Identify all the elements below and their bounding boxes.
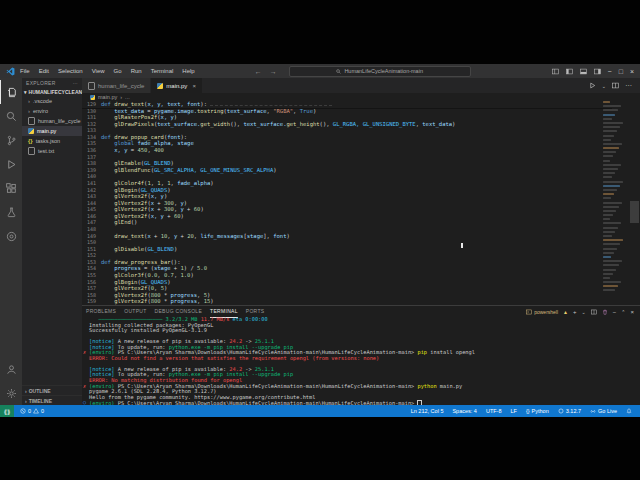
maximize-panel-icon[interactable]: ⌃ (621, 309, 625, 315)
tab-problems[interactable]: PROBLEMS (86, 306, 116, 317)
close-tab-icon[interactable]: × (192, 83, 196, 89)
toggle-panel-icon[interactable] (552, 68, 559, 75)
code-line[interactable]: 159 glVertex2f(800 * progress, 15) (82, 298, 640, 305)
toggle-sidebar-icon[interactable] (566, 68, 573, 75)
forward-arrow-icon[interactable]: → (270, 68, 277, 75)
tab-output[interactable]: OUTPUT (124, 306, 146, 317)
menu-terminal[interactable]: Terminal (151, 68, 174, 74)
editor-scrollbar[interactable] (630, 201, 639, 223)
code-line[interactable]: 144 glVertex2f(x + 300, y) (82, 200, 640, 207)
sidebar-item-vscode[interactable]: › .vscode (22, 96, 82, 106)
outline-section[interactable]: › OUTLINE (22, 385, 82, 395)
sidebar-item-tasks-json[interactable]: {} tasks.json (22, 136, 82, 146)
tab-human-life-cycle[interactable]: human_life_cycle (82, 78, 151, 93)
sidebar-item-human-life-cycle[interactable]: human_life_cycle (22, 116, 82, 126)
source-control-icon[interactable] (0, 128, 22, 152)
testing-icon[interactable] (0, 200, 22, 224)
timeline-section[interactable]: › TIMELINE (22, 395, 82, 405)
code-line[interactable]: 152 (82, 252, 640, 259)
code-line[interactable]: 158 glVertex2f(800 * progress, 5) (82, 292, 640, 299)
sidebar-item-enviro[interactable]: › enviro (22, 106, 82, 116)
menu-file[interactable]: File (20, 68, 30, 74)
code-line[interactable]: 140 (82, 173, 640, 180)
code-line[interactable]: 133 (82, 127, 640, 134)
tab-terminal[interactable]: TERMINAL (210, 306, 238, 318)
code-line[interactable]: 151 glDisable(GL_BLEND) (82, 246, 640, 253)
terminal-output[interactable]: ──────────────────── 3.2/3.2 MB 11.7 MB/… (82, 317, 640, 406)
menu-edit[interactable]: Edit (39, 68, 49, 74)
minimize-button[interactable]: − (608, 68, 612, 75)
new-terminal-icon[interactable]: + (573, 309, 577, 315)
settings-gear-icon[interactable] (0, 381, 22, 405)
menu-help[interactable]: Help (182, 68, 194, 74)
tab-debug-console[interactable]: DEBUG CONSOLE (155, 306, 203, 317)
menu-run[interactable]: Run (131, 68, 142, 74)
code-line[interactable]: 135 global fade_alpha, stage (82, 140, 640, 147)
menu-selection[interactable]: Selection (58, 68, 83, 74)
code-line[interactable]: 154 progress = (stage + 1) / 5.0 (82, 265, 640, 272)
status-go-live[interactable]: Go Live (590, 408, 617, 414)
command-center-search[interactable]: HumanLifeCycleAnimation-main (289, 66, 471, 77)
account-icon[interactable] (0, 357, 22, 381)
status-python-version[interactable]: 3.12.7 (558, 408, 581, 414)
workspace-root-folder[interactable]: ▾ HUMANLIFECYCLEANIMAT... (22, 87, 82, 96)
back-arrow-icon[interactable]: ← (255, 68, 262, 75)
minimize-panel-icon[interactable]: − (613, 309, 617, 315)
kill-terminal-icon[interactable] (602, 309, 608, 315)
code-line[interactable]: 153def draw_progress_bar(): (82, 259, 640, 266)
menu-go[interactable]: Go (114, 68, 122, 74)
status-eol[interactable]: LF (511, 408, 517, 414)
code-line[interactable]: 138 glEnable(GL_BLEND) (82, 160, 640, 167)
search-sidebar-icon[interactable] (0, 104, 22, 128)
code-line[interactable]: 132 glDrawPixels(text_surface.get_width(… (82, 121, 640, 128)
code-line[interactable]: 136 x, y = 450, 400 (82, 147, 640, 154)
code-line[interactable]: 156 glBegin(GL_QUADS) (82, 279, 640, 286)
status-language[interactable]: {} Python (526, 408, 549, 414)
sidebar-item-main-py[interactable]: main.py (22, 126, 82, 136)
code-line[interactable]: 137 (82, 154, 640, 161)
split-editor-icon[interactable] (612, 82, 619, 89)
code-line[interactable]: 129def draw_text(x, y, text, font): (82, 101, 640, 108)
code-line[interactable]: 143 glVertex2f(x, y) (82, 193, 640, 200)
toggle-bottom-panel-icon[interactable] (580, 68, 587, 75)
close-panel-icon[interactable]: × (630, 309, 634, 315)
code-line[interactable]: 139 glBlendFunc(GL_SRC_ALPHA, GL_ONE_MIN… (82, 167, 640, 174)
remote-indicator-icon[interactable]: ⟪⟫ (0, 405, 14, 417)
menu-view[interactable]: View (92, 68, 105, 74)
code-line[interactable]: 155 glColor3f(0.0, 0.7, 1.0) (82, 272, 640, 279)
explorer-more-actions-icon[interactable]: ⋯ (73, 80, 78, 86)
extensions-icon[interactable] (0, 176, 22, 200)
code-line[interactable]: 146 glVertex2f(x, y + 60) (82, 213, 640, 220)
tab-ports[interactable]: PORTS (246, 306, 265, 317)
notifications-bell-icon[interactable] (626, 408, 632, 414)
run-python-file-icon[interactable] (589, 82, 596, 89)
tab-main-py[interactable]: main.py × (151, 78, 203, 93)
run-dropdown-chevron-icon[interactable]: ⌄ (602, 83, 606, 89)
code-line[interactable]: 131 glRasterPos2f(x, y) (82, 114, 640, 121)
customize-layout-icon[interactable] (594, 68, 601, 75)
code-line[interactable]: 149 draw_text(x + 10, y + 20, life_messa… (82, 233, 640, 240)
code-line[interactable]: 145 glVertex2f(x + 300, y + 60) (82, 206, 640, 213)
terminal-shell-tab[interactable]: powershell (526, 309, 558, 315)
code-line[interactable]: 148 (82, 226, 640, 233)
code-line[interactable]: 157 glVertex2f(0, 5) (82, 285, 640, 292)
split-terminal-icon[interactable] (591, 309, 597, 315)
close-button[interactable]: × (630, 68, 634, 75)
terminal-dropdown-chevron-icon[interactable]: ⌄ (582, 309, 586, 315)
status-encoding[interactable]: UTF-8 (486, 408, 502, 414)
status-indentation[interactable]: Spaces: 4 (452, 408, 476, 414)
sidebar-item-test-txt[interactable]: test.txt (22, 146, 82, 156)
code-line[interactable]: 147 glEnd() (82, 219, 640, 226)
remote-explorer-icon[interactable] (0, 224, 22, 248)
code-line[interactable]: 134def draw_popup_card(font): (82, 134, 640, 141)
editor-more-actions-icon[interactable]: ⋯ (625, 82, 632, 90)
status-problems[interactable]: 0 0 (20, 408, 44, 414)
run-debug-icon[interactable] (0, 152, 22, 176)
code-line[interactable]: 141 glColor4f(1, 1, 1, fade_alpha) (82, 180, 640, 187)
code-line[interactable]: 150 (82, 239, 640, 246)
status-line-col[interactable]: Ln 212, Col 5 (411, 408, 444, 414)
code-line[interactable]: 142 glBegin(GL_QUADS) (82, 187, 640, 194)
maximize-button[interactable]: □ (619, 68, 623, 75)
breadcrumb[interactable]: main.py › ... (82, 93, 640, 101)
explorer-icon[interactable] (0, 80, 23, 104)
